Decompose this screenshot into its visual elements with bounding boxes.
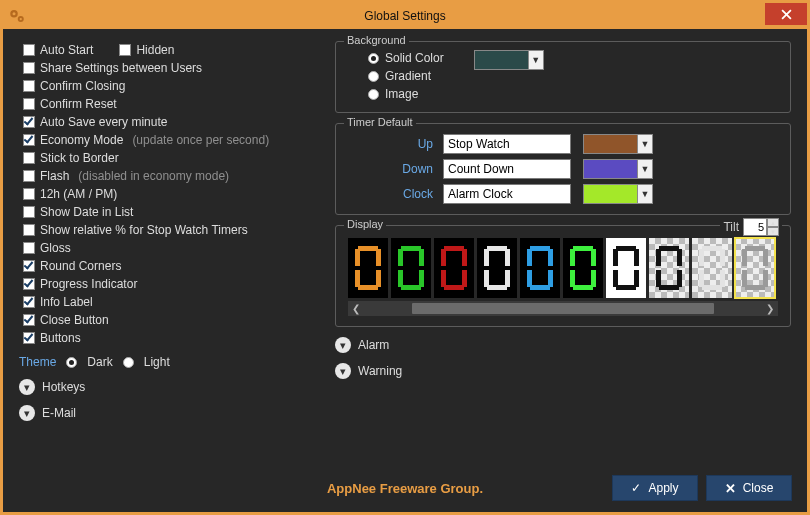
spinner-up-icon[interactable]: ▲ bbox=[767, 218, 779, 227]
close-icon: ✕ bbox=[725, 481, 736, 496]
expander-alarm[interactable]: ▾ Alarm bbox=[335, 337, 791, 353]
radio-theme-dark[interactable] bbox=[66, 357, 77, 368]
label-tilt: Tilt bbox=[723, 220, 739, 234]
expander-hotkeys[interactable]: ▾ Hotkeys bbox=[19, 379, 319, 395]
digit-style-6[interactable] bbox=[606, 238, 646, 298]
checkbox-stick-border[interactable] bbox=[23, 152, 35, 164]
theme-label: Theme bbox=[19, 355, 56, 369]
color-picker-up[interactable]: ▼ bbox=[583, 134, 653, 154]
spinner-down-icon[interactable]: ▼ bbox=[767, 227, 779, 236]
digit-style-strip bbox=[348, 238, 778, 298]
digit-style-1[interactable] bbox=[391, 238, 431, 298]
checkbox-progress-indicator[interactable] bbox=[23, 278, 35, 290]
checkbox-hidden[interactable] bbox=[119, 44, 131, 56]
tilt-control: Tilt ▲▼ bbox=[720, 218, 782, 236]
note-economy-mode: (update once per second) bbox=[132, 133, 269, 147]
scroll-left-icon[interactable]: ❮ bbox=[348, 301, 364, 316]
label-warning: Warning bbox=[358, 364, 402, 378]
apply-button[interactable]: ✓ Apply bbox=[612, 475, 698, 501]
radio-theme-light[interactable] bbox=[123, 357, 134, 368]
legend-background: Background bbox=[344, 34, 409, 46]
scrollbar-thumb[interactable] bbox=[412, 303, 714, 314]
legend-display: Display bbox=[344, 218, 386, 230]
footer: AppNee Freeware Group. ✓ Apply ✕ Close bbox=[6, 467, 804, 509]
checkbox-economy-mode[interactable] bbox=[23, 134, 35, 146]
tilt-input[interactable] bbox=[743, 218, 767, 236]
label-round-corners: Round Corners bbox=[40, 259, 121, 273]
label-close-button-opt: Close Button bbox=[40, 313, 109, 327]
digit-style-4[interactable] bbox=[520, 238, 560, 298]
label-alarm: Alarm bbox=[358, 338, 389, 352]
color-picker-down[interactable]: ▼ bbox=[583, 159, 653, 179]
checkbox-flash[interactable] bbox=[23, 170, 35, 182]
label-bg-image: Image bbox=[385, 87, 418, 101]
checkbox-auto-save[interactable] bbox=[23, 116, 35, 128]
digit-style-7[interactable] bbox=[649, 238, 689, 298]
display-scrollbar[interactable]: ❮ ❯ bbox=[348, 301, 778, 316]
label-show-date: Show Date in List bbox=[40, 205, 133, 219]
label-clock: Clock bbox=[378, 187, 433, 201]
label-stick-border: Stick to Border bbox=[40, 151, 119, 165]
theme-row: Theme Dark Light bbox=[19, 355, 319, 369]
label-bg-gradient: Gradient bbox=[385, 69, 431, 83]
expander-email[interactable]: ▾ E-Mail bbox=[19, 405, 319, 421]
checkbox-auto-start[interactable] bbox=[23, 44, 35, 56]
digit-style-3[interactable] bbox=[477, 238, 517, 298]
titlebar: Global Settings bbox=[3, 3, 807, 29]
checkbox-share-settings[interactable] bbox=[23, 62, 35, 74]
input-up[interactable] bbox=[443, 134, 571, 154]
label-hidden: Hidden bbox=[136, 43, 174, 57]
tilt-spinner[interactable]: ▲▼ bbox=[743, 218, 779, 236]
input-clock[interactable] bbox=[443, 184, 571, 204]
color-swatch bbox=[475, 51, 528, 69]
label-theme-dark: Dark bbox=[87, 355, 112, 369]
label-show-relative: Show relative % for Stop Watch Timers bbox=[40, 223, 248, 237]
fieldset-display: Display Tilt ▲▼ ❮ ❯ bbox=[335, 225, 791, 327]
digit-style-0[interactable] bbox=[348, 238, 388, 298]
label-up: Up bbox=[378, 137, 433, 151]
label-share-settings: Share Settings between Users bbox=[40, 61, 202, 75]
right-panel: Background Solid Color Gradient Image ▼ … bbox=[335, 41, 791, 469]
checkbox-round-corners[interactable] bbox=[23, 260, 35, 272]
checkbox-show-relative[interactable] bbox=[23, 224, 35, 236]
digit-style-5[interactable] bbox=[563, 238, 603, 298]
chevron-down-icon: ▾ bbox=[19, 379, 35, 395]
scrollbar-track[interactable] bbox=[364, 301, 762, 316]
label-down: Down bbox=[378, 162, 433, 176]
checkbox-show-date[interactable] bbox=[23, 206, 35, 218]
background-color-picker[interactable]: ▼ bbox=[474, 50, 544, 70]
dialog-body: Auto Start Hidden Share Settings between… bbox=[3, 29, 807, 469]
digit-style-9[interactable] bbox=[735, 238, 775, 298]
checkbox-info-label[interactable] bbox=[23, 296, 35, 308]
digit-style-2[interactable] bbox=[434, 238, 474, 298]
chevron-down-icon: ▾ bbox=[335, 363, 351, 379]
left-panel: Auto Start Hidden Share Settings between… bbox=[19, 41, 319, 469]
note-flash: (disabled in economy mode) bbox=[78, 169, 229, 183]
footer-brand: AppNee Freeware Group. bbox=[327, 481, 483, 496]
radio-bg-solid[interactable] bbox=[368, 53, 379, 64]
color-picker-clock[interactable]: ▼ bbox=[583, 184, 653, 204]
checkbox-gloss[interactable] bbox=[23, 242, 35, 254]
expander-warning[interactable]: ▾ Warning bbox=[335, 363, 791, 379]
global-settings-window: Global Settings Auto Start Hidden Share … bbox=[0, 0, 810, 515]
label-12h: 12h (AM / PM) bbox=[40, 187, 117, 201]
checkbox-confirm-reset[interactable] bbox=[23, 98, 35, 110]
checkbox-12h[interactable] bbox=[23, 188, 35, 200]
radio-bg-gradient[interactable] bbox=[368, 71, 379, 82]
apply-label: Apply bbox=[648, 481, 678, 495]
close-label: Close bbox=[743, 481, 774, 495]
scroll-right-icon[interactable]: ❯ bbox=[762, 301, 778, 316]
window-close-button[interactable] bbox=[765, 3, 807, 25]
close-button[interactable]: ✕ Close bbox=[706, 475, 792, 501]
radio-bg-image[interactable] bbox=[368, 89, 379, 100]
label-auto-save: Auto Save every minute bbox=[40, 115, 167, 129]
digit-style-8[interactable] bbox=[692, 238, 732, 298]
input-down[interactable] bbox=[443, 159, 571, 179]
label-progress-indicator: Progress Indicator bbox=[40, 277, 137, 291]
checkbox-confirm-closing[interactable] bbox=[23, 80, 35, 92]
checkbox-close-button-opt[interactable] bbox=[23, 314, 35, 326]
window-title: Global Settings bbox=[3, 9, 807, 23]
fieldset-timer-default: Timer Default Up ▼ Down ▼ Clock ▼ bbox=[335, 123, 791, 215]
checkbox-buttons[interactable] bbox=[23, 332, 35, 344]
label-buttons: Buttons bbox=[40, 331, 81, 345]
